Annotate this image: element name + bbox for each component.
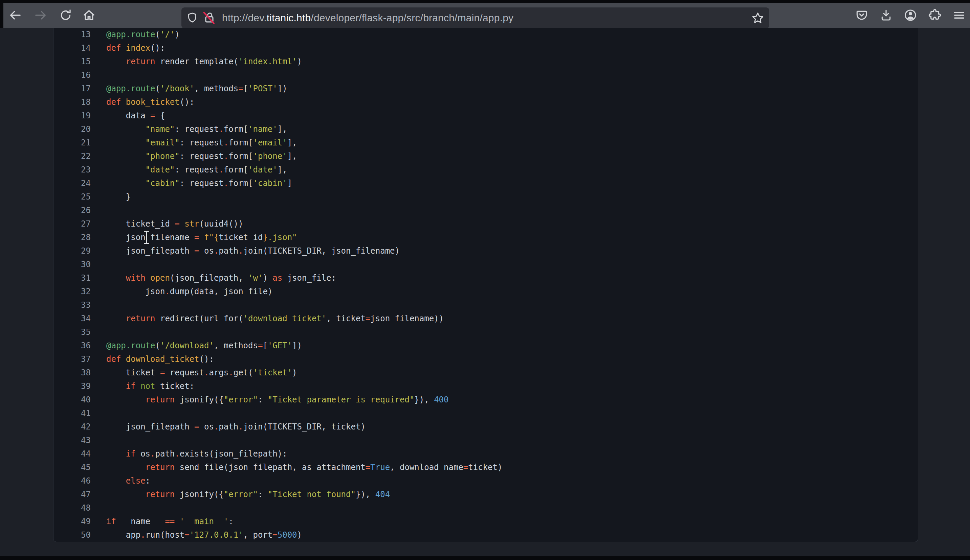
code-line: 16: [54, 68, 918, 82]
extensions-button[interactable]: [927, 8, 942, 23]
code-line: 25 }: [54, 190, 918, 203]
code-line: 37def download_ticket():: [54, 352, 918, 366]
code-line: 44 if os.path.exists(json_filepath):: [54, 447, 918, 461]
code-line: 29 json_filepath = os.path.join(TICKETS_…: [54, 244, 918, 258]
line-number[interactable]: 42: [54, 420, 91, 433]
line-number[interactable]: 35: [54, 325, 91, 339]
line-number[interactable]: 18: [54, 95, 91, 109]
url-bar[interactable]: http://dev.titanic.htb/developer/flask-a…: [181, 7, 769, 28]
line-number[interactable]: 46: [54, 474, 91, 488]
code-line: 46 else:: [54, 474, 918, 488]
line-content: json.dump(data, json_file): [106, 285, 273, 298]
code-line: 47 return jsonify({"error": "Ticket not …: [54, 488, 918, 501]
code-lines: 13@app.route('/')14def index():15 return…: [54, 28, 918, 542]
pocket-button[interactable]: [854, 8, 869, 23]
line-number[interactable]: 16: [54, 68, 91, 82]
line-content: @app.route('/'): [106, 28, 180, 41]
code-line: 48: [54, 501, 918, 515]
code-line: 24 "cabin": request.form['cabin']: [54, 177, 918, 190]
line-number[interactable]: 37: [54, 352, 91, 366]
line-number[interactable]: 29: [54, 244, 91, 258]
line-number[interactable]: 30: [54, 258, 91, 271]
window-bottom-edge: [0, 556, 970, 560]
line-content: "name": request.form['name'],: [106, 122, 288, 136]
line-content: json_filepath = os.path.join(TICKETS_DIR…: [106, 244, 400, 258]
line-number[interactable]: 38: [54, 366, 91, 379]
line-content: }: [106, 190, 130, 203]
line-number[interactable]: 20: [54, 122, 91, 136]
line-number[interactable]: 36: [54, 339, 91, 352]
code-line: 42 json_filepath = os.path.join(TICKETS_…: [54, 420, 918, 433]
menu-button[interactable]: [952, 8, 967, 23]
line-number[interactable]: 27: [54, 217, 91, 231]
line-content: json_filepath = os.path.join(TICKETS_DIR…: [106, 420, 366, 433]
forward-button[interactable]: [33, 8, 48, 23]
line-number[interactable]: 21: [54, 136, 91, 150]
line-content: json_filename = f"{ticket_id}.json": [106, 231, 297, 244]
code-line: 41: [54, 407, 918, 420]
line-number[interactable]: 49: [54, 515, 91, 528]
line-number[interactable]: 45: [54, 461, 91, 474]
line-number[interactable]: 19: [54, 109, 91, 122]
line-number[interactable]: 50: [54, 528, 91, 542]
line-content: return jsonify({"error": "Ticket not fou…: [106, 488, 390, 501]
account-button[interactable]: [903, 8, 918, 23]
code-line: 32 json.dump(data, json_file): [54, 285, 918, 298]
line-number[interactable]: 25: [54, 190, 91, 203]
code-line: 14def index():: [54, 41, 918, 55]
line-content: app.run(host='127.0.0.1', port=5000): [106, 528, 302, 542]
account-icon: [904, 8, 917, 22]
line-number[interactable]: 15: [54, 55, 91, 68]
shield-icon[interactable]: [186, 10, 199, 25]
line-number[interactable]: 34: [54, 312, 91, 325]
url-scheme: http://dev.: [222, 12, 267, 23]
line-content: return redirect(url_for('download_ticket…: [106, 312, 444, 325]
download-icon: [879, 8, 893, 22]
bookmark-star-icon: [751, 12, 764, 24]
home-icon: [82, 8, 96, 22]
line-number[interactable]: 44: [54, 447, 91, 461]
line-content: return send_file(json_filepath, as_attac…: [106, 461, 502, 474]
code-line: 26: [54, 203, 918, 217]
line-content: @app.route('/download', methods=['GET']): [106, 339, 302, 352]
line-number[interactable]: 23: [54, 163, 91, 177]
line-number[interactable]: 26: [54, 203, 91, 217]
code-line: 43: [54, 433, 918, 447]
line-number[interactable]: 24: [54, 177, 91, 190]
reload-icon: [59, 8, 72, 22]
line-number[interactable]: 32: [54, 285, 91, 298]
back-button[interactable]: [8, 8, 23, 23]
line-content: def index():: [106, 41, 165, 55]
line-content: data = {: [106, 109, 165, 122]
line-number[interactable]: 13: [54, 28, 91, 41]
window-top-edge: [0, 0, 970, 3]
line-number[interactable]: 14: [54, 41, 91, 55]
pocket-icon: [855, 8, 868, 22]
line-number[interactable]: 39: [54, 379, 91, 393]
code-line: 36@app.route('/download', methods=['GET'…: [54, 339, 918, 352]
hamburger-menu-icon: [952, 8, 966, 22]
line-number[interactable]: 48: [54, 501, 91, 515]
line-number[interactable]: 22: [54, 150, 91, 163]
line-number[interactable]: 47: [54, 488, 91, 501]
bookmark-star-button[interactable]: [750, 10, 765, 25]
line-number[interactable]: 31: [54, 271, 91, 285]
reload-button[interactable]: [58, 8, 73, 23]
window-corner: [0, 3, 3, 28]
code-line: 17@app.route('/book', methods=['POST']): [54, 82, 918, 95]
line-number[interactable]: 43: [54, 433, 91, 447]
code-line: 20 "name": request.form['name'],: [54, 122, 918, 136]
home-button[interactable]: [82, 8, 97, 23]
line-number[interactable]: 41: [54, 407, 91, 420]
line-number[interactable]: 17: [54, 82, 91, 95]
line-number[interactable]: 40: [54, 393, 91, 407]
url-domain: titanic.htb: [267, 12, 311, 23]
code-line: 27 ticket_id = str(uuid4()): [54, 217, 918, 231]
line-content: else:: [106, 474, 150, 488]
line-number[interactable]: 33: [54, 298, 91, 312]
downloads-button[interactable]: [879, 8, 893, 23]
line-number[interactable]: 28: [54, 231, 91, 244]
insecure-lock-icon[interactable]: [201, 10, 217, 26]
code-file-view: 13@app.route('/')14def index():15 return…: [53, 28, 918, 542]
code-line: 50 app.run(host='127.0.0.1', port=5000): [54, 528, 918, 542]
